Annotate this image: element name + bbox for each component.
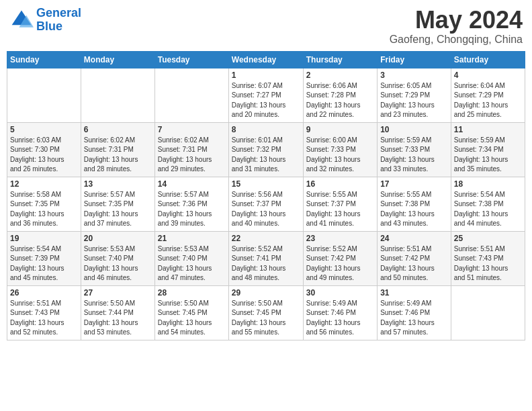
- calendar-cell: 27Sunrise: 5:50 AM Sunset: 7:44 PM Dayli…: [81, 285, 154, 340]
- day-number: 16: [306, 179, 374, 189]
- day-info: Sunrise: 5:53 AM Sunset: 7:40 PM Dayligh…: [84, 244, 152, 283]
- day-info: Sunrise: 5:51 AM Sunset: 7:42 PM Dayligh…: [380, 244, 448, 283]
- day-info: Sunrise: 5:52 AM Sunset: 7:42 PM Dayligh…: [306, 244, 374, 283]
- day-number: 22: [232, 234, 300, 243]
- logo: General Blue: [9, 7, 81, 34]
- day-number: 26: [10, 288, 78, 298]
- page-header: General Blue May 2024 Gaofeng, Chongqing…: [7, 7, 525, 46]
- calendar-cell: 4Sunrise: 6:04 AM Sunset: 7:29 PM Daylig…: [451, 68, 525, 122]
- week-row-1: 1Sunrise: 6:07 AM Sunset: 7:27 PM Daylig…: [7, 68, 525, 122]
- logo-line1: General: [36, 6, 81, 19]
- calendar-cell: 12Sunrise: 5:58 AM Sunset: 7:35 PM Dayli…: [7, 177, 81, 231]
- day-number: 18: [454, 179, 522, 189]
- day-number: 30: [306, 288, 374, 298]
- day-number: 12: [10, 179, 78, 189]
- day-info: Sunrise: 6:06 AM Sunset: 7:28 PM Dayligh…: [306, 81, 374, 120]
- day-number: 13: [84, 179, 152, 189]
- calendar-cell: 5Sunrise: 6:03 AM Sunset: 7:30 PM Daylig…: [7, 122, 81, 177]
- day-info: Sunrise: 5:59 AM Sunset: 7:33 PM Dayligh…: [380, 136, 448, 175]
- day-info: Sunrise: 5:50 AM Sunset: 7:44 PM Dayligh…: [84, 299, 152, 338]
- day-info: Sunrise: 6:00 AM Sunset: 7:33 PM Dayligh…: [306, 136, 374, 175]
- day-number: 1: [232, 71, 300, 80]
- day-info: Sunrise: 5:49 AM Sunset: 7:46 PM Dayligh…: [306, 299, 374, 338]
- calendar-table: SundayMondayTuesdayWednesdayThursdayFrid…: [7, 51, 525, 340]
- day-info: Sunrise: 5:50 AM Sunset: 7:45 PM Dayligh…: [232, 299, 300, 338]
- day-info: Sunrise: 5:51 AM Sunset: 7:43 PM Dayligh…: [454, 244, 522, 283]
- calendar-header-row: SundayMondayTuesdayWednesdayThursdayFrid…: [7, 51, 525, 68]
- calendar-cell: 1Sunrise: 6:07 AM Sunset: 7:27 PM Daylig…: [228, 68, 303, 122]
- day-number: 31: [380, 288, 448, 298]
- day-info: Sunrise: 6:02 AM Sunset: 7:31 PM Dayligh…: [158, 136, 226, 175]
- day-number: 23: [306, 234, 374, 243]
- logo-line2: Blue: [36, 19, 62, 33]
- calendar-cell: [451, 285, 525, 340]
- day-header-sunday: Sunday: [7, 51, 81, 68]
- day-number: 17: [380, 179, 448, 189]
- day-number: 9: [306, 125, 374, 134]
- day-number: 2: [306, 71, 374, 80]
- day-info: Sunrise: 6:07 AM Sunset: 7:27 PM Dayligh…: [232, 81, 300, 120]
- day-number: 15: [232, 179, 300, 189]
- day-header-saturday: Saturday: [451, 51, 525, 68]
- day-number: 19: [10, 234, 78, 243]
- calendar-cell: 17Sunrise: 5:55 AM Sunset: 7:38 PM Dayli…: [378, 177, 451, 231]
- day-info: Sunrise: 5:59 AM Sunset: 7:34 PM Dayligh…: [454, 136, 522, 175]
- calendar-cell: 3Sunrise: 6:05 AM Sunset: 7:29 PM Daylig…: [378, 68, 451, 122]
- day-info: Sunrise: 6:02 AM Sunset: 7:31 PM Dayligh…: [84, 136, 152, 175]
- calendar-cell: 30Sunrise: 5:49 AM Sunset: 7:46 PM Dayli…: [303, 285, 377, 340]
- calendar-cell: [154, 68, 228, 122]
- day-number: 14: [158, 179, 226, 189]
- calendar-cell: 23Sunrise: 5:52 AM Sunset: 7:42 PM Dayli…: [303, 231, 377, 285]
- day-number: 6: [84, 125, 152, 134]
- day-info: Sunrise: 5:49 AM Sunset: 7:46 PM Dayligh…: [380, 299, 448, 338]
- calendar-cell: 20Sunrise: 5:53 AM Sunset: 7:40 PM Dayli…: [81, 231, 154, 285]
- calendar-cell: 22Sunrise: 5:52 AM Sunset: 7:41 PM Dayli…: [228, 231, 303, 285]
- day-info: Sunrise: 5:57 AM Sunset: 7:35 PM Dayligh…: [84, 190, 152, 229]
- calendar-cell: 16Sunrise: 5:55 AM Sunset: 7:37 PM Dayli…: [303, 177, 377, 231]
- calendar-cell: 21Sunrise: 5:53 AM Sunset: 7:40 PM Dayli…: [154, 231, 228, 285]
- day-info: Sunrise: 5:52 AM Sunset: 7:41 PM Dayligh…: [232, 244, 300, 283]
- calendar-cell: 7Sunrise: 6:02 AM Sunset: 7:31 PM Daylig…: [154, 122, 228, 177]
- day-number: 5: [10, 125, 78, 134]
- day-info: Sunrise: 5:55 AM Sunset: 7:37 PM Dayligh…: [306, 190, 374, 229]
- day-header-monday: Monday: [81, 51, 154, 68]
- calendar-cell: 14Sunrise: 5:57 AM Sunset: 7:36 PM Dayli…: [154, 177, 228, 231]
- day-info: Sunrise: 5:54 AM Sunset: 7:39 PM Dayligh…: [10, 244, 78, 283]
- calendar-cell: 29Sunrise: 5:50 AM Sunset: 7:45 PM Dayli…: [228, 285, 303, 340]
- day-number: 3: [380, 71, 448, 80]
- calendar-cell: 25Sunrise: 5:51 AM Sunset: 7:43 PM Dayli…: [451, 231, 525, 285]
- calendar-cell: 31Sunrise: 5:49 AM Sunset: 7:46 PM Dayli…: [378, 285, 451, 340]
- day-info: Sunrise: 5:56 AM Sunset: 7:37 PM Dayligh…: [232, 190, 300, 229]
- week-row-3: 12Sunrise: 5:58 AM Sunset: 7:35 PM Dayli…: [7, 177, 525, 231]
- location: Gaofeng, Chongqing, China: [390, 34, 523, 46]
- day-number: 29: [232, 288, 300, 298]
- day-header-wednesday: Wednesday: [228, 51, 303, 68]
- logo-text: General Blue: [36, 7, 81, 34]
- calendar-cell: 9Sunrise: 6:00 AM Sunset: 7:33 PM Daylig…: [303, 122, 377, 177]
- day-info: Sunrise: 5:58 AM Sunset: 7:35 PM Dayligh…: [10, 190, 78, 229]
- week-row-2: 5Sunrise: 6:03 AM Sunset: 7:30 PM Daylig…: [7, 122, 525, 177]
- day-number: 25: [454, 234, 522, 243]
- calendar-cell: 10Sunrise: 5:59 AM Sunset: 7:33 PM Dayli…: [378, 122, 451, 177]
- day-number: 28: [158, 288, 226, 298]
- day-number: 10: [380, 125, 448, 134]
- day-number: 4: [454, 71, 522, 80]
- calendar-cell: 19Sunrise: 5:54 AM Sunset: 7:39 PM Dayli…: [7, 231, 81, 285]
- day-info: Sunrise: 5:51 AM Sunset: 7:43 PM Dayligh…: [10, 299, 78, 338]
- day-header-friday: Friday: [378, 51, 451, 68]
- day-number: 20: [84, 234, 152, 243]
- calendar-cell: 11Sunrise: 5:59 AM Sunset: 7:34 PM Dayli…: [451, 122, 525, 177]
- calendar-cell: 28Sunrise: 5:50 AM Sunset: 7:45 PM Dayli…: [154, 285, 228, 340]
- day-number: 11: [454, 125, 522, 134]
- day-info: Sunrise: 5:57 AM Sunset: 7:36 PM Dayligh…: [158, 190, 226, 229]
- day-info: Sunrise: 6:03 AM Sunset: 7:30 PM Dayligh…: [10, 136, 78, 175]
- calendar-cell: 8Sunrise: 6:01 AM Sunset: 7:32 PM Daylig…: [228, 122, 303, 177]
- day-info: Sunrise: 6:04 AM Sunset: 7:29 PM Dayligh…: [454, 81, 522, 120]
- day-info: Sunrise: 6:01 AM Sunset: 7:32 PM Dayligh…: [232, 136, 300, 175]
- day-header-tuesday: Tuesday: [154, 51, 228, 68]
- day-number: 7: [158, 125, 226, 134]
- calendar-cell: 6Sunrise: 6:02 AM Sunset: 7:31 PM Daylig…: [81, 122, 154, 177]
- day-header-thursday: Thursday: [303, 51, 377, 68]
- calendar-cell: 18Sunrise: 5:54 AM Sunset: 7:38 PM Dayli…: [451, 177, 525, 231]
- day-info: Sunrise: 5:55 AM Sunset: 7:38 PM Dayligh…: [380, 190, 448, 229]
